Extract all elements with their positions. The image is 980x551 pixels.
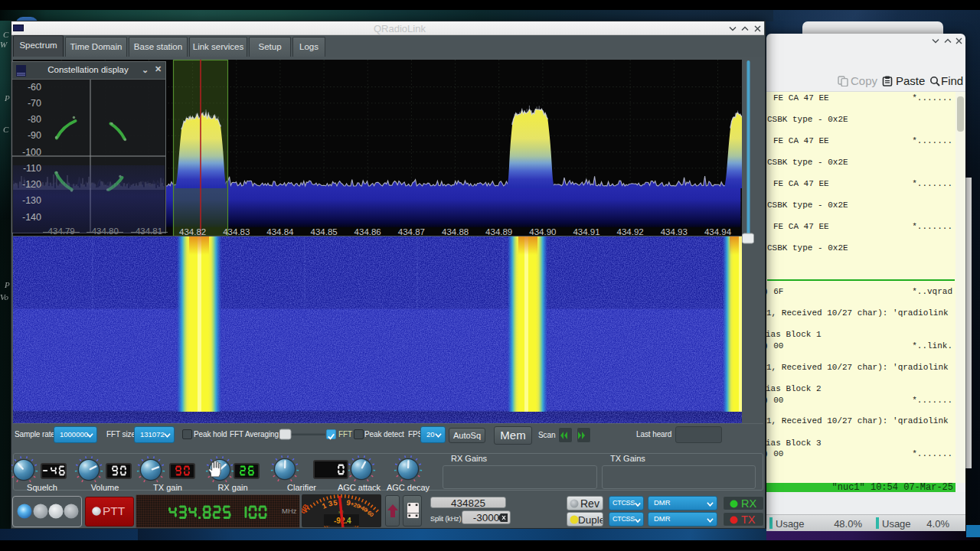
- svg-text:4: 4: [347, 517, 351, 525]
- svg-text:-92.: -92.: [334, 517, 347, 525]
